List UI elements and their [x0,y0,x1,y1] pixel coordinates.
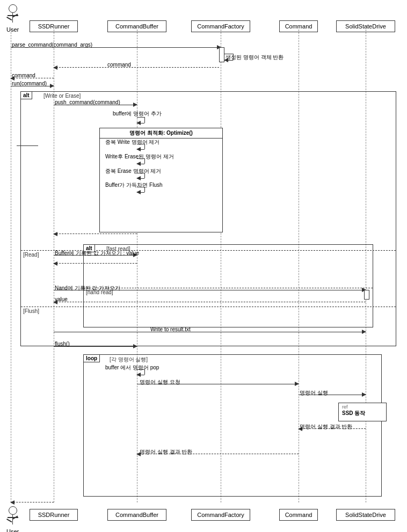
arrow-buffer-flush-b [137,192,144,193]
label-run-command: run(command) [12,81,47,86]
actor-user-label-bottom: User [6,528,19,533]
label-write-result: Write to result.txt [150,326,191,332]
arrow-write-erase-b [137,164,144,164]
label-exec-result2: 명령어 실행 결과 반환 [140,448,192,456]
actor-leg-left-top [6,17,12,20]
self-arrow-commandfactory-back [224,60,233,61]
optimize-title: 명령어 최적화: Optimize() [100,128,222,139]
label-value: value [55,296,68,302]
diagram-container: User SSDRunner CommandBuffer CommandFact… [0,0,407,532]
arrow-command-return [54,67,219,68]
label-buffer-add: buffer에 명령어 추가 [113,110,162,118]
label-execute-request: 명령어 실행 요청 [140,378,180,386]
label-dup-write: 중복 Write 명령어 제거 [105,139,159,146]
label-buffer-flush: Buffer가 가득차면 Flush [105,181,163,189]
arrow-return-ssdrunner [54,234,137,234]
arrow-dup-write-b [137,149,144,150]
arrow-dup-write-right [17,145,38,146]
arrow-buffer-add-down [144,117,145,123]
label-flush: flush() [55,341,70,347]
fragment-read-guard: [Read] [23,252,39,258]
fragment-alt-label: alt [21,92,32,99]
label-generated-return: 생성된 명령어 객체 반환 [226,54,284,61]
actor-user-top: User [6,4,19,33]
lifeline-commandfactory-bottom: CommandFactory [191,509,250,521]
self-arrow-commandfactory-right [224,54,233,54]
ref-box: ref SSD 동작 [338,403,387,421]
lifeline-ssdrunner-bottom: SSDRunner [30,509,78,521]
label-dup-erase: 중복 Erase 명령어 제거 [105,167,161,175]
lifeline-user-line [11,30,11,502]
lifeline-commandbuffer-bottom: CommandBuffer [107,509,166,521]
activation-ssd-nand [364,290,369,300]
actor-head-top [9,4,17,13]
arrow-write-erase-r [137,158,144,159]
arrow-write-erase-d [144,158,145,164]
actor-body-bottom [12,515,13,524]
label-execute-cmd: 명령어 실행 [300,389,328,397]
actor-user-bottom: User [6,506,19,532]
arrow-return-user [11,502,54,502]
arrow-value-return [54,302,366,302]
fragment-loop-guard: [각 명령어 실행] [110,356,148,363]
actor-head-bottom [9,506,17,515]
lifeline-command-bottom: Command [279,509,318,521]
arrow-buffer-flush-d [144,187,145,192]
fragment-alt-guard: [Write or Erase] [43,93,81,99]
label-buffer-pop: buffer 에서 명령어 pop [105,364,159,371]
lifeline-ssd-bottom: SolidStateDrive [336,509,395,521]
label-parse-command: parse_command(command_args) [12,42,92,48]
ssd-action-label: SSD 동작 [342,410,383,417]
label-nand-read: Nand에 기록된 값 가져오기 [55,285,120,292]
arrow-buffer-flush-r [137,187,144,187]
label-push-command: push_command(command) [55,99,120,105]
label-command-return: command [107,62,131,68]
fragment-read-divider [84,288,373,288]
arrow-buffer-add-right [137,117,144,118]
arrow-write-result [54,332,366,332]
actor-user-label-top: User [6,26,19,33]
arrow-buffer-read-return [54,263,137,264]
fragment-flush-guard: [Flush] [23,308,39,314]
arrow-dup-erase-b [137,178,144,179]
self-arrow-commandfactory-down [233,54,234,60]
label-write-erase: Write후 Erase된 명령어 제거 [105,153,174,161]
label-buffer-read: Buffer에 기록된 값 가져오기 : value [55,250,139,257]
arrow-dup-write-r [137,144,144,144]
arrow-buffer-add-back [137,123,144,123]
arrow-dup-write-d [144,144,145,149]
arrow-dup-erase-r [137,173,144,173]
arrow-buffer-pop-b [137,375,144,375]
fragment-loop-label: loop [84,355,100,362]
ref-label: ref [342,404,383,410]
label-exec-result1: 명령어 실행 결과 반환 [300,423,352,431]
arrow-dup-erase-d [144,173,145,178]
actor-body-top [12,13,13,23]
actor-leg-left-bottom [6,519,12,522]
label-command-msg: command [12,72,35,78]
